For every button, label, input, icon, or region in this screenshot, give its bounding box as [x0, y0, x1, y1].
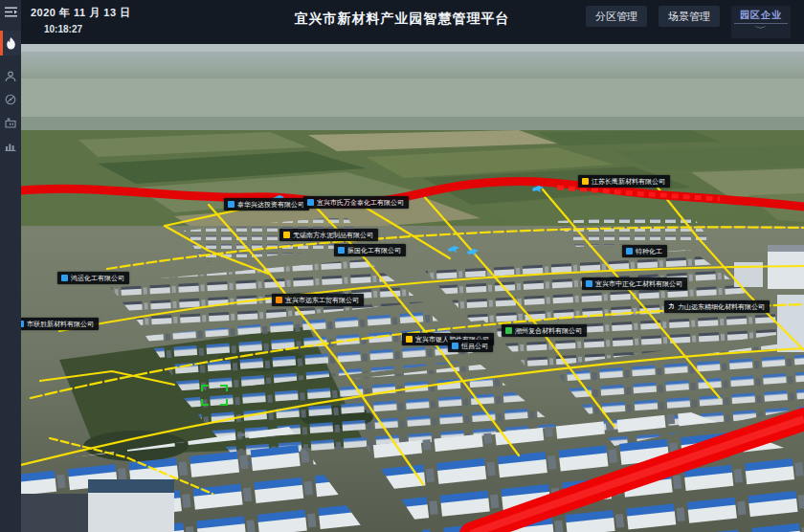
factory-marker-icon — [276, 297, 282, 303]
factory-marker-icon — [21, 321, 24, 327]
company-label-text: 特种化工 — [636, 247, 662, 256]
smart-park-platform: 2020 年 11 月 13 日 10:18:27 宜兴市新材料产业园智慧管理平… — [0, 0, 804, 532]
plane-marker-icon[interactable] — [467, 242, 479, 259]
company-label[interactable]: 宜兴市中正化工材料有限公司 — [582, 277, 687, 290]
person-icon — [5, 71, 16, 82]
factory-marker-icon — [338, 247, 345, 254]
company-label-text: 泰华兴达投资有限公司 — [237, 200, 304, 210]
company-label[interactable]: 江苏长鹰新材料有限公司 — [578, 175, 670, 188]
header-actions: 分区管理 场景管理 园区企业 ﹀ — [586, 6, 791, 38]
factory-marker-icon — [406, 336, 413, 343]
selection-reticle — [201, 385, 228, 406]
scene-manage-button[interactable]: 场景管理 — [659, 6, 720, 27]
factory-marker-icon — [228, 201, 234, 208]
sidebar-item-monitor[interactable] — [0, 88, 21, 111]
company-label-text: 力山远东精细化材料有限公司 — [678, 302, 765, 312]
map-3d-view[interactable]: 鸿运化工有限公司市联胜新材料有限公司泰华兴达投资有限公司宜兴市氏万金泰化工有限公… — [21, 44, 804, 532]
company-label[interactable]: 特种化工 — [622, 245, 667, 257]
company-label-text: 江苏长鹰新材料有限公司 — [592, 177, 665, 187]
factory-marker-icon — [582, 178, 589, 185]
chevron-down-icon: ﹀ — [755, 24, 768, 33]
company-label-text: 无锡南方水泥制品有限公司 — [293, 231, 373, 240]
company-label-text: 宜兴市中正化工材料有限公司 — [595, 279, 682, 289]
company-label[interactable]: 恒昌公司 — [448, 340, 493, 352]
factory-marker-icon — [452, 343, 458, 349]
zone-manage-button[interactable]: 分区管理 — [586, 6, 647, 27]
company-label[interactable]: 鸿运化工有限公司 — [57, 272, 129, 284]
company-label[interactable]: 泰华兴达投资有限公司 — [224, 198, 309, 211]
sidebar-item-factory[interactable] — [0, 111, 21, 134]
factory-icon — [5, 117, 16, 128]
park-enterprise-dropdown[interactable]: 园区企业 ﹀ — [731, 6, 791, 38]
company-label-text: 宜兴市远东工贸有限公司 — [285, 296, 359, 305]
company-label-text: 恒昌公司 — [461, 342, 488, 351]
company-label-text: 鸿运化工有限公司 — [71, 274, 124, 283]
bar-chart-icon — [5, 140, 16, 151]
company-label[interactable]: 振国化工有限公司 — [334, 244, 406, 256]
factory-marker-icon — [586, 280, 592, 287]
sidebar-item-fire[interactable] — [0, 31, 21, 55]
company-label[interactable]: 潮州复合材料有限公司 — [502, 324, 587, 337]
globe-icon — [5, 94, 16, 105]
factory-marker-icon — [505, 327, 512, 334]
factory-marker-icon — [626, 248, 633, 255]
company-label[interactable]: 宜兴市氏万金泰化工有限公司 — [303, 196, 409, 209]
header-bar: 2020 年 11 月 13 日 10:18:27 宜兴市新材料产业园智慧管理平… — [0, 0, 804, 44]
menu-icon — [5, 7, 17, 17]
li-logo-icon: 力 — [668, 303, 675, 310]
factory-marker-icon — [283, 232, 290, 238]
sidebar-item-menu[interactable] — [0, 2, 21, 21]
company-label[interactable]: 市联胜新材料有限公司 — [21, 318, 99, 330]
flame-icon — [6, 37, 16, 50]
plane-marker-icon[interactable] — [532, 179, 544, 196]
factory-marker-icon — [307, 199, 314, 206]
company-label[interactable]: 宜兴市远东工贸有限公司 — [272, 294, 364, 306]
left-sidebar — [0, 0, 21, 532]
company-label[interactable]: 无锡南方水泥制品有限公司 — [279, 229, 378, 241]
sidebar-item-person[interactable] — [0, 65, 21, 88]
plane-marker-icon[interactable] — [448, 239, 459, 256]
company-label-text: 宜兴市氏万金泰化工有限公司 — [317, 198, 404, 208]
sidebar-item-stats[interactable] — [0, 134, 21, 157]
company-label[interactable]: 力力山远东精细化材料有限公司 — [664, 300, 770, 313]
company-label-text: 潮州复合材料有限公司 — [515, 326, 582, 336]
dropdown-label: 园区企业 — [740, 7, 782, 23]
company-label-text: 市联胜新材料有限公司 — [27, 320, 94, 329]
company-label-text: 振国化工有限公司 — [347, 246, 401, 255]
factory-marker-icon — [61, 275, 68, 281]
